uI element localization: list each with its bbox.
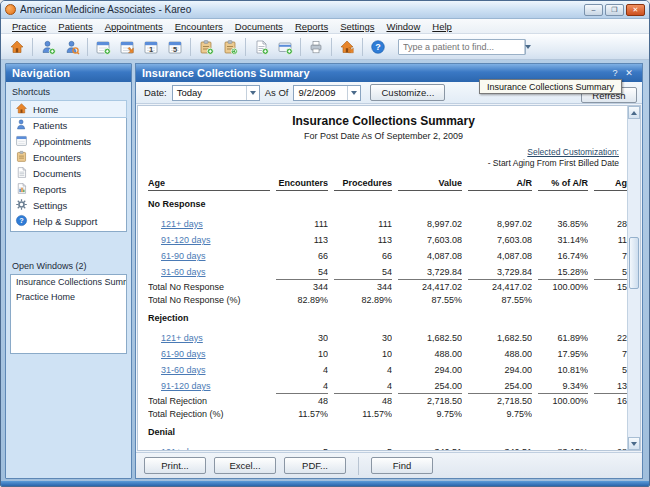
help-icon: ? [370,39,386,55]
open-window-item[interactable]: Practice Home [11,290,126,305]
menu-window[interactable]: Window [381,20,425,33]
row-value: Value [398,178,462,191]
table-row: 121+ days30301,682.501,682.5061.89%221 [148,327,619,343]
add-payment-button[interactable] [273,36,297,58]
aging-bucket-link[interactable]: 121+ days [161,219,203,229]
table-row: 121+ days55340.51340.5183.15%284 [148,441,619,451]
maximize-button[interactable] [605,4,624,16]
sidebar-item-home[interactable]: Home [11,101,126,117]
patient-search-combo[interactable] [398,39,526,55]
sidebar-item-label: Documents [33,168,81,179]
row-value: 7,603.08 [468,235,532,245]
row-value: 2,718.50 [468,393,532,406]
row-value: 8,997.02 [398,219,462,229]
sidebar-item-patients[interactable]: Patients [11,117,126,133]
print-report-button[interactable] [304,36,328,58]
menu-help[interactable]: Help [427,20,457,33]
row-value: 254.00 [398,381,462,391]
aging-bucket-link[interactable]: 121+ days [161,333,203,343]
row-value: 9.34% [538,381,588,391]
sidebar-item-reports[interactable]: Reports [11,181,126,197]
menu-encounters[interactable]: Encounters [170,20,228,33]
print-button[interactable]: Print... [144,457,206,474]
menu-documents[interactable]: Documents [230,20,288,33]
sidebar-item-label: Help & Support [33,216,97,227]
aging-bucket-link[interactable]: 31-60 days [161,365,206,375]
sidebar-item-documents[interactable]: Documents [11,165,126,181]
add-encounter-button[interactable] [194,36,218,58]
sidebar-item-encounters[interactable]: Encounters [11,149,126,165]
open-window-item[interactable]: Insurance Collections Summary [11,275,126,290]
svg-text:?: ? [375,42,381,52]
aging-bucket-link[interactable]: 61-90 days [161,251,206,261]
aging-bucket-link[interactable]: 121+ days [161,447,203,451]
kareo-app-icon [5,4,16,15]
sidebar-item-help-support[interactable]: ?Help & Support [11,213,126,229]
add-patient-button[interactable] [36,36,60,58]
menu-appointments[interactable]: Appointments [100,20,168,33]
svg-text:1: 1 [149,44,153,53]
aging-bucket-link[interactable]: 91-120 days [161,235,211,245]
close-button[interactable] [626,4,645,16]
total-row: Total Rejection48482,718.502,718.50100.0… [148,391,619,406]
pdf-button[interactable]: PDF... [284,457,346,474]
row-value: Encounters [276,178,328,191]
as-of-date-picker[interactable]: 9/2/2009 [293,85,361,101]
track-encounters-button[interactable] [218,36,242,58]
add-document-icon [253,39,269,55]
date-select[interactable]: Today [172,85,260,101]
selected-customization-link[interactable]: Selected Customization: [527,147,619,157]
row-value: 11.57% [334,409,392,419]
chevron-down-icon [347,86,360,100]
toolbar: 15? [1,34,649,60]
menu-settings[interactable]: Settings [335,20,379,33]
help-button[interactable]: ? [366,36,390,58]
aging-bucket-link[interactable]: 31-60 days [161,267,206,277]
patient-search-input[interactable] [399,42,524,52]
report-scrollbar[interactable] [627,106,640,450]
aging-bucket-link[interactable]: 61-90 days [161,349,206,359]
row-value: 3,729.84 [398,267,462,277]
home-icon [9,39,25,55]
row-value: 66 [276,251,328,261]
add-appointment-button[interactable] [91,36,115,58]
row-value: A/R [468,178,532,191]
excel-button[interactable]: Excel... [214,457,276,474]
home-button[interactable] [5,36,29,58]
track-encounters-icon [222,39,238,55]
add-document-button[interactable] [249,36,273,58]
menu-reports[interactable]: Reports [290,20,333,33]
row-value: 4 [276,381,328,391]
chevron-down-icon[interactable] [524,40,531,54]
row-value: 344 [334,279,392,292]
aging-bucket-link[interactable]: 91-120 days [161,381,211,391]
week-view-button[interactable]: 5 [163,36,187,58]
sidebar-item-settings[interactable]: Settings [11,197,126,213]
scroll-up-icon[interactable] [628,106,640,119]
window-titlebar: American Medicine Associates - Kareo [1,1,649,19]
shortcuts-list: HomePatientsAppointmentsEncountersDocume… [10,100,127,232]
scrollbar-thumb[interactable] [629,237,639,289]
sidebar-item-appointments[interactable]: Appointments [11,133,126,149]
menu-practice[interactable]: Practice [7,20,51,33]
find-appointment-button[interactable] [115,36,139,58]
chevron-down-icon [246,86,259,100]
day-view-button[interactable]: 1 [139,36,163,58]
menu-patients[interactable]: Patients [53,20,97,33]
customize-button[interactable]: Customize... [370,84,445,101]
find-button[interactable]: Find [371,457,433,474]
scroll-down-icon[interactable] [628,437,640,450]
sidebar-item-label: Reports [33,184,66,195]
find-patient-button[interactable] [60,36,84,58]
table-row: 91-120 days44254.00254.009.34%136 [148,375,619,391]
report-subtitle: For Post Date As Of September 2, 2009 [148,131,619,141]
encounters-icon [15,150,29,164]
total-row: Total No Response34434424,417.0224,417.0… [148,277,619,292]
sidebar-item-label: Home [33,104,58,115]
panel-help-icon[interactable] [608,68,622,78]
row-value: 100.00% [538,279,588,292]
minimize-button[interactable] [584,4,603,16]
practice-home-button[interactable] [335,36,359,58]
as-of-label: As Of [265,87,289,98]
panel-close-icon[interactable] [622,68,636,78]
